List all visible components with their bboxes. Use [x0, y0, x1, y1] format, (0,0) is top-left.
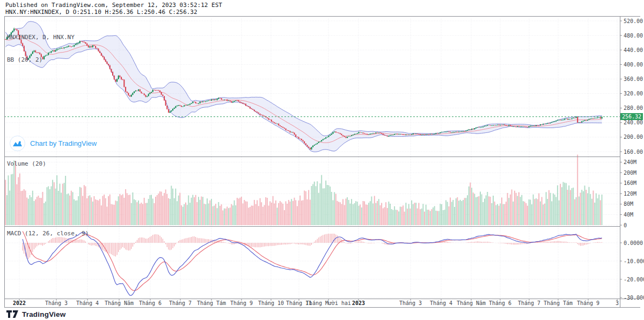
month-tick-label: 3: [616, 300, 619, 306]
volume-tick-label: 0: [624, 222, 627, 228]
volume-tick-label: 120M: [624, 191, 636, 197]
month-tick-label: Tháng 9: [577, 300, 599, 306]
volume-tick-label: 80M: [624, 201, 633, 207]
tradingview-published-chart: Published on TradingView.com, September …: [0, 0, 644, 320]
macd-series: [23, 232, 602, 296]
month-tick-label: Tháng 6: [489, 300, 511, 306]
month-tick-label: Tháng 3: [399, 300, 422, 306]
bb-indicator-legend: BB (20, 2): [7, 56, 75, 64]
macd-tick-label: -20.0000: [624, 277, 644, 282]
month-tick-label: Tháng 3: [45, 300, 68, 306]
price-tick-label: 440.00: [624, 47, 643, 53]
symbol-legend: HNXINDEX, D, HNX.NY: [7, 34, 75, 41]
time-axis[interactable]: 2022Tháng 3Tháng 4Tháng NămTháng 6Tháng …: [13, 299, 619, 306]
chart-by-tradingview-link[interactable]: Chart by TradingView: [10, 136, 97, 151]
price-tick-label: 200.00: [624, 134, 643, 140]
tradingview-logo-link[interactable]: TradingView: [6, 310, 65, 318]
month-tick-label: Tháng 6: [139, 300, 162, 306]
month-tick-label: Tháng 4: [430, 300, 452, 306]
footer-brand-label: TradingView: [22, 310, 65, 318]
macd-tick-label: -30.0000: [624, 295, 644, 301]
price-tick-label: 400.00: [624, 62, 643, 68]
price-tick-label: 520.00: [624, 18, 643, 24]
month-tick-label: Tháng Tám: [544, 300, 573, 306]
macd-indicator-legend[interactable]: MACD (12, 26, close, 9): [7, 230, 89, 237]
month-tick-label: Tháng 7: [169, 300, 192, 306]
month-tick-label: Tháng Mười hai: [306, 300, 351, 306]
year-tick-label: 2022: [13, 300, 26, 306]
month-tick-label: Tháng 4: [76, 300, 99, 306]
tradingview-17-logo-icon: [6, 310, 18, 318]
month-tick-label: Tháng 10: [258, 300, 284, 306]
month-tick-label: Tháng Năm: [105, 300, 134, 306]
price-tick-label: 160.00: [624, 149, 643, 155]
pane-borders: [4, 16, 640, 307]
month-tick-label: Tháng Tám: [197, 300, 226, 306]
volume-tick-label: 200M: [624, 170, 636, 176]
price-tick-label: 280.00: [624, 105, 643, 111]
year-tick-label: 2023: [352, 300, 365, 306]
month-tick-label: Tháng 9: [230, 300, 253, 306]
price-axis[interactable]: 520.00480.00440.00400.00360.00320.00280.…: [620, 18, 644, 301]
month-tick-label: Tháng 7: [518, 300, 540, 306]
volume-tick-label: 240M: [624, 159, 636, 165]
last-price-badge: 256.32: [620, 113, 643, 120]
month-tick-label: Tháng Năm: [457, 300, 486, 306]
volume-tick-label: 40M: [624, 212, 633, 218]
volume-tick-label: 160M: [624, 180, 636, 186]
price-tick-label: 480.00: [624, 33, 643, 39]
footer-bar: TradingView: [0, 308, 644, 320]
tradingview-mountain-icon: [10, 136, 25, 151]
watermark-label: Chart by TradingView: [30, 139, 97, 147]
macd-tick-label: -10.0000: [624, 258, 644, 264]
bollinger-bands: [5, 21, 602, 152]
price-tick-label: 320.00: [624, 91, 643, 96]
price-tick-label: 240.00: [624, 120, 643, 125]
price-tick-label: 360.00: [624, 76, 643, 82]
price-pane-legend[interactable]: HNXINDEX, D, HNX.NY BB (20, 2): [7, 19, 75, 79]
volume-indicator-legend[interactable]: Volume (20): [7, 160, 46, 168]
macd-tick-label: 0.0000: [624, 240, 643, 246]
chart-canvas[interactable]: 520.00480.00440.00400.00360.00320.00280.…: [0, 0, 644, 320]
